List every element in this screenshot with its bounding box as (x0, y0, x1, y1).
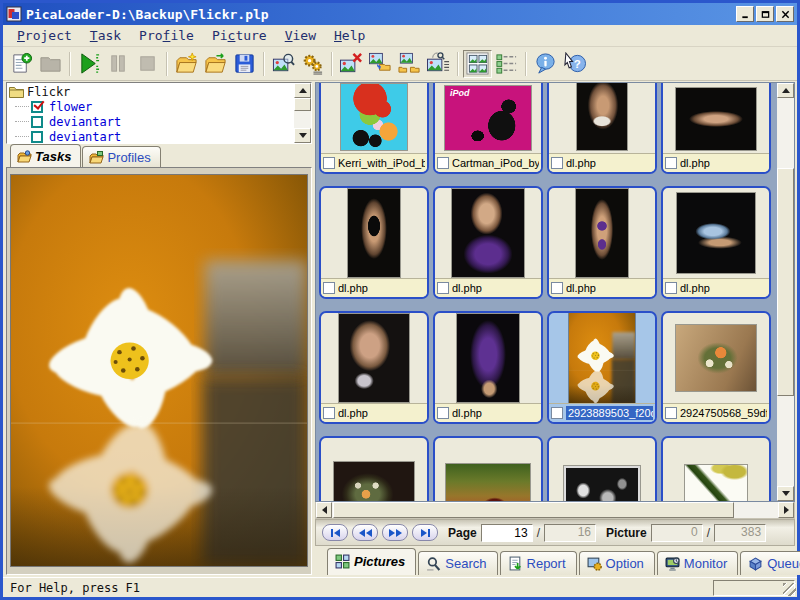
thumbnail-cell[interactable] (319, 436, 429, 501)
new-project-button[interactable] (7, 50, 36, 78)
tree-scroll-up[interactable] (294, 83, 311, 98)
grid-hscroll-track[interactable] (332, 502, 778, 518)
thumbnail-grid: Kerri_with_iPod_b...iPodCartman_iPod_by_… (316, 83, 777, 501)
picture-properties-button[interactable] (424, 50, 453, 78)
menu-item-help[interactable]: Help (326, 26, 373, 45)
delete-picture-button[interactable] (337, 50, 366, 78)
import-profile-icon (204, 52, 227, 75)
title-bar[interactable]: PicaLoader-D:\Backup\Flickr.plp (3, 3, 797, 25)
thumbnail-checkbox[interactable] (665, 157, 677, 169)
thumbnail-cell[interactable] (661, 436, 771, 501)
tab-report[interactable]: Report (500, 551, 577, 575)
thumbnail-cell[interactable] (433, 436, 543, 501)
resize-grip[interactable] (783, 583, 796, 596)
grid-vertical-scrollbar (777, 83, 794, 501)
thumbnail-cell[interactable]: dl.php (547, 83, 657, 174)
thumbnail-checkbox[interactable] (551, 407, 563, 419)
last-page-button[interactable] (412, 524, 438, 541)
next-page-button[interactable] (382, 524, 408, 541)
thumbnail-checkbox[interactable] (437, 407, 449, 419)
info-button[interactable] (531, 50, 560, 78)
tree-item-deviantart[interactable]: deviantart (9, 129, 294, 143)
menu-item-task[interactable]: Task (82, 26, 129, 45)
grid-scroll-track[interactable] (777, 98, 794, 486)
tab-tasks[interactable]: Tasks (10, 144, 81, 167)
tree-checkbox-deviantart[interactable] (31, 116, 43, 128)
thumbnail-filename: dl.php (338, 282, 368, 294)
tree-root-flickr[interactable]: Flickr (9, 84, 294, 99)
tree-scrollbar (294, 83, 311, 143)
thumbnail-checkbox[interactable] (437, 282, 449, 294)
tree-checkbox-deviantart[interactable] (31, 131, 43, 143)
save-project-button[interactable] (230, 50, 259, 78)
copy-picture-button[interactable] (395, 50, 424, 78)
thumbnail-cell[interactable]: 2924750568_59df. (661, 311, 771, 424)
save-picture-button[interactable] (366, 50, 395, 78)
thumbnail-checkbox[interactable] (323, 407, 335, 419)
thumbnail-cell[interactable]: Kerri_with_iPod_b... (319, 83, 429, 174)
thumbnail-checkbox[interactable] (665, 407, 677, 419)
thumbnail-checkbox[interactable] (323, 157, 335, 169)
tab-queue[interactable]: Queue (740, 551, 800, 575)
tree-item-flower[interactable]: flower (9, 99, 294, 114)
list-view-button[interactable] (492, 50, 521, 78)
thumbnail-view-button[interactable] (463, 50, 492, 78)
grid-scroll-thumb[interactable] (777, 168, 794, 396)
minimize-button[interactable] (736, 6, 754, 22)
thumbnail-label-strip: Kerri_with_iPod_b... (321, 153, 427, 172)
thumbnail-cell[interactable] (547, 436, 657, 501)
menu-item-view[interactable]: View (277, 26, 324, 45)
thumbnail-label-strip: dl.php (549, 278, 655, 297)
grid-scroll-up[interactable] (777, 83, 794, 98)
tree-scroll-thumb[interactable] (294, 98, 311, 111)
thumbnail-cell[interactable]: dl.php (319, 186, 429, 299)
grid-scroll-down[interactable] (777, 486, 794, 501)
start-tasks-button[interactable] (75, 50, 104, 78)
tab-option[interactable]: Option (579, 551, 655, 575)
tree-root-label: Flickr (27, 85, 70, 99)
menu-item-profile[interactable]: Profile (131, 26, 202, 45)
tree-checkbox-flower[interactable] (31, 101, 43, 113)
thumbnail-checkbox[interactable] (665, 282, 677, 294)
options-button[interactable] (298, 50, 327, 78)
thumbnail-checkbox[interactable] (323, 282, 335, 294)
thumbnail-cell[interactable]: dl.php (661, 83, 771, 174)
menu-item-project[interactable]: Project (9, 26, 80, 45)
grid-scroll-left[interactable] (316, 502, 332, 518)
grid-scroll-right[interactable] (778, 502, 794, 518)
grid-hscroll-thumb[interactable] (333, 502, 734, 518)
thumbnail-checkbox[interactable] (551, 282, 563, 294)
tree-scroll-down[interactable] (294, 128, 311, 143)
thumbnail-cell[interactable]: dl.php (433, 186, 543, 299)
current-page-input[interactable] (481, 524, 533, 542)
monitor-tab-icon (665, 556, 680, 571)
picture-properties-icon (427, 52, 450, 75)
tree-item-deviantart[interactable]: deviantart (9, 114, 294, 129)
first-page-button[interactable] (322, 524, 348, 541)
thumbnail-image: iPod (445, 86, 531, 150)
import-profile-button[interactable] (201, 50, 230, 78)
tab-profiles[interactable]: Profiles (82, 146, 160, 167)
thumbnail-image (446, 464, 530, 502)
thumbnail-cell[interactable]: dl.php (433, 311, 543, 424)
thumbnail-cell[interactable]: dl.php (547, 186, 657, 299)
close-button[interactable] (776, 6, 794, 22)
thumbnail-cell[interactable]: dl.php (319, 311, 429, 424)
find-picture-button[interactable] (269, 50, 298, 78)
maximize-button[interactable] (756, 6, 774, 22)
tab-search[interactable]: Search (418, 551, 497, 575)
thumbnail-filename: dl.php (566, 282, 596, 294)
page-label: Page (448, 526, 477, 540)
tab-pictures[interactable]: Pictures (327, 548, 416, 575)
thumbnail-checkbox[interactable] (437, 157, 449, 169)
previous-page-button[interactable] (352, 524, 378, 541)
tab-monitor[interactable]: Monitor (657, 551, 738, 575)
thumbnail-cell[interactable]: iPodCartman_iPod_by_... (433, 83, 543, 174)
context-help-button[interactable]: ? (560, 50, 589, 78)
thumbnail-cell[interactable]: dl.php (661, 186, 771, 299)
thumbnail-cell[interactable]: 2923889503_f20d... (547, 311, 657, 424)
thumbnail-checkbox[interactable] (551, 157, 563, 169)
new-profile-button[interactable] (172, 50, 201, 78)
menu-item-picture[interactable]: Picture (204, 26, 275, 45)
tree-scroll-track[interactable] (294, 98, 311, 128)
